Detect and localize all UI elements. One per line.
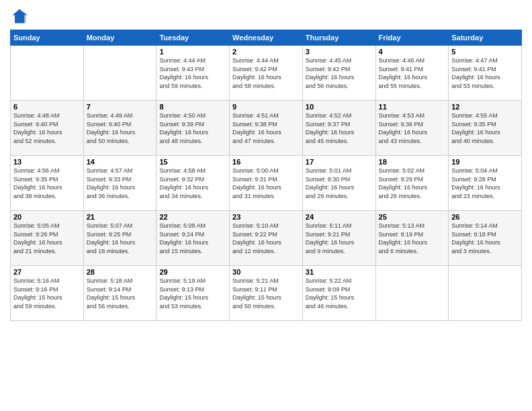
day-number: 22	[159, 213, 226, 221]
day-number: 24	[306, 213, 373, 221]
calendar-cell: 29Sunrise: 5:19 AM Sunset: 9:13 PM Dayli…	[157, 266, 230, 321]
calendar-cell: 14Sunrise: 4:57 AM Sunset: 9:33 PM Dayli…	[83, 156, 157, 211]
day-number: 21	[87, 213, 154, 221]
day-info: Sunrise: 4:51 AM Sunset: 9:38 PM Dayligh…	[232, 111, 300, 145]
calendar-cell: 31Sunrise: 5:22 AM Sunset: 9:09 PM Dayli…	[302, 266, 375, 321]
logo	[10, 7, 32, 26]
calendar-cell: 3Sunrise: 4:45 AM Sunset: 9:42 PM Daylig…	[302, 46, 375, 101]
day-info: Sunrise: 4:49 AM Sunset: 9:40 PM Dayligh…	[87, 111, 154, 145]
day-number: 25	[379, 213, 446, 221]
week-row-3: 13Sunrise: 4:56 AM Sunset: 9:35 PM Dayli…	[11, 156, 522, 211]
day-number: 29	[159, 268, 226, 276]
calendar-cell: 25Sunrise: 5:13 AM Sunset: 9:19 PM Dayli…	[375, 211, 449, 266]
calendar-cell: 16Sunrise: 5:00 AM Sunset: 9:31 PM Dayli…	[230, 156, 303, 211]
day-info: Sunrise: 5:08 AM Sunset: 9:24 PM Dayligh…	[159, 222, 226, 255]
calendar-cell: 20Sunrise: 5:05 AM Sunset: 9:26 PM Dayli…	[11, 211, 84, 266]
day-info: Sunrise: 4:56 AM Sunset: 9:35 PM Dayligh…	[13, 167, 81, 200]
calendar-cell: 19Sunrise: 5:04 AM Sunset: 9:28 PM Dayli…	[449, 156, 522, 211]
weekday-header-row: SundayMondayTuesdayWednesdayThursdayFrid…	[11, 30, 522, 46]
day-info: Sunrise: 5:02 AM Sunset: 9:29 PM Dayligh…	[379, 167, 446, 200]
day-number: 12	[451, 103, 519, 111]
day-number: 30	[232, 268, 300, 276]
day-info: Sunrise: 4:46 AM Sunset: 9:41 PM Dayligh…	[379, 56, 446, 90]
calendar-cell: 2Sunrise: 4:44 AM Sunset: 9:42 PM Daylig…	[230, 46, 303, 101]
calendar-cell: 8Sunrise: 4:50 AM Sunset: 9:39 PM Daylig…	[157, 101, 230, 156]
calendar-cell: 17Sunrise: 5:01 AM Sunset: 9:30 PM Dayli…	[302, 156, 375, 211]
day-number: 10	[306, 103, 373, 111]
day-number: 9	[232, 103, 300, 111]
calendar-cell	[83, 46, 157, 101]
day-number: 8	[159, 103, 226, 111]
calendar-cell	[375, 266, 449, 321]
calendar-cell	[449, 266, 522, 321]
day-number: 1	[159, 48, 226, 56]
calendar-cell: 1Sunrise: 4:44 AM Sunset: 9:43 PM Daylig…	[157, 46, 230, 101]
day-info: Sunrise: 5:07 AM Sunset: 9:25 PM Dayligh…	[87, 222, 154, 255]
day-number: 31	[306, 268, 373, 276]
calendar-cell: 24Sunrise: 5:11 AM Sunset: 9:21 PM Dayli…	[302, 211, 375, 266]
calendar-cell: 12Sunrise: 4:55 AM Sunset: 9:35 PM Dayli…	[449, 101, 522, 156]
day-number: 18	[379, 158, 446, 166]
day-number: 20	[13, 213, 81, 221]
page: SundayMondayTuesdayWednesdayThursdayFrid…	[0, 0, 532, 411]
day-info: Sunrise: 5:13 AM Sunset: 9:19 PM Dayligh…	[379, 222, 446, 255]
day-info: Sunrise: 4:55 AM Sunset: 9:35 PM Dayligh…	[451, 111, 519, 145]
day-number: 15	[159, 158, 226, 166]
calendar-cell: 6Sunrise: 4:48 AM Sunset: 9:40 PM Daylig…	[11, 101, 84, 156]
day-info: Sunrise: 5:10 AM Sunset: 9:22 PM Dayligh…	[232, 222, 300, 255]
calendar-cell: 21Sunrise: 5:07 AM Sunset: 9:25 PM Dayli…	[83, 211, 157, 266]
day-info: Sunrise: 4:48 AM Sunset: 9:40 PM Dayligh…	[13, 111, 81, 145]
calendar-cell: 11Sunrise: 4:53 AM Sunset: 9:36 PM Dayli…	[375, 101, 449, 156]
day-info: Sunrise: 4:47 AM Sunset: 9:41 PM Dayligh…	[451, 56, 519, 90]
day-number: 2	[232, 48, 300, 56]
calendar-cell: 4Sunrise: 4:46 AM Sunset: 9:41 PM Daylig…	[375, 46, 449, 101]
day-info: Sunrise: 5:05 AM Sunset: 9:26 PM Dayligh…	[13, 222, 81, 255]
day-info: Sunrise: 5:22 AM Sunset: 9:09 PM Dayligh…	[306, 277, 373, 310]
day-number: 7	[87, 103, 154, 111]
day-number: 6	[13, 103, 81, 111]
calendar-cell: 18Sunrise: 5:02 AM Sunset: 9:29 PM Dayli…	[375, 156, 449, 211]
day-info: Sunrise: 5:00 AM Sunset: 9:31 PM Dayligh…	[232, 167, 300, 200]
calendar-cell: 30Sunrise: 5:21 AM Sunset: 9:11 PM Dayli…	[230, 266, 303, 321]
calendar: SundayMondayTuesdayWednesdayThursdayFrid…	[10, 30, 522, 321]
day-info: Sunrise: 4:58 AM Sunset: 9:32 PM Dayligh…	[159, 167, 226, 200]
weekday-header-wednesday: Wednesday	[230, 30, 303, 46]
calendar-cell	[11, 46, 84, 101]
week-row-1: 1Sunrise: 4:44 AM Sunset: 9:43 PM Daylig…	[11, 46, 522, 101]
day-number: 26	[451, 213, 519, 221]
week-row-2: 6Sunrise: 4:48 AM Sunset: 9:40 PM Daylig…	[11, 101, 522, 156]
weekday-header-monday: Monday	[83, 30, 157, 46]
day-number: 19	[451, 158, 519, 166]
day-info: Sunrise: 5:11 AM Sunset: 9:21 PM Dayligh…	[306, 222, 373, 255]
day-number: 14	[87, 158, 154, 166]
calendar-cell: 23Sunrise: 5:10 AM Sunset: 9:22 PM Dayli…	[230, 211, 303, 266]
calendar-cell: 13Sunrise: 4:56 AM Sunset: 9:35 PM Dayli…	[11, 156, 84, 211]
day-info: Sunrise: 4:53 AM Sunset: 9:36 PM Dayligh…	[379, 111, 446, 145]
week-row-5: 27Sunrise: 5:16 AM Sunset: 9:16 PM Dayli…	[11, 266, 522, 321]
calendar-cell: 15Sunrise: 4:58 AM Sunset: 9:32 PM Dayli…	[157, 156, 230, 211]
weekday-header-sunday: Sunday	[11, 30, 84, 46]
day-number: 27	[13, 268, 81, 276]
logo-icon	[10, 7, 29, 26]
weekday-header-thursday: Thursday	[302, 30, 375, 46]
day-info: Sunrise: 4:57 AM Sunset: 9:33 PM Dayligh…	[87, 167, 154, 200]
header	[10, 7, 522, 26]
calendar-cell: 9Sunrise: 4:51 AM Sunset: 9:38 PM Daylig…	[230, 101, 303, 156]
day-number: 16	[232, 158, 300, 166]
weekday-header-saturday: Saturday	[449, 30, 522, 46]
day-number: 13	[13, 158, 81, 166]
week-row-4: 20Sunrise: 5:05 AM Sunset: 9:26 PM Dayli…	[11, 211, 522, 266]
day-info: Sunrise: 4:44 AM Sunset: 9:42 PM Dayligh…	[232, 56, 300, 90]
calendar-cell: 10Sunrise: 4:52 AM Sunset: 9:37 PM Dayli…	[302, 101, 375, 156]
calendar-cell: 22Sunrise: 5:08 AM Sunset: 9:24 PM Dayli…	[157, 211, 230, 266]
day-number: 5	[451, 48, 519, 56]
day-info: Sunrise: 5:14 AM Sunset: 9:18 PM Dayligh…	[451, 222, 519, 255]
day-info: Sunrise: 5:04 AM Sunset: 9:28 PM Dayligh…	[451, 167, 519, 200]
day-info: Sunrise: 5:19 AM Sunset: 9:13 PM Dayligh…	[159, 277, 226, 310]
day-info: Sunrise: 4:45 AM Sunset: 9:42 PM Dayligh…	[306, 56, 373, 90]
day-info: Sunrise: 5:18 AM Sunset: 9:14 PM Dayligh…	[87, 277, 154, 310]
weekday-header-tuesday: Tuesday	[157, 30, 230, 46]
day-number: 23	[232, 213, 300, 221]
weekday-header-friday: Friday	[375, 30, 449, 46]
calendar-cell: 28Sunrise: 5:18 AM Sunset: 9:14 PM Dayli…	[83, 266, 157, 321]
